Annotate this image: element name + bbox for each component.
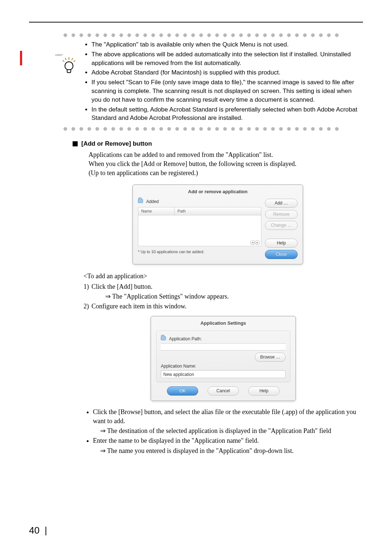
change-button[interactable]: Change … — [265, 221, 298, 230]
remove-button[interactable]: Remove — [265, 210, 298, 219]
hint-label: HINT — [56, 53, 63, 57]
section-body: Applications can be added to and removed… — [89, 150, 363, 178]
scroll-right-icon[interactable]: ▸ — [255, 240, 260, 245]
section-heading: [Add or Remove] button — [81, 139, 152, 148]
column-name[interactable]: Name — [138, 207, 174, 215]
help-button[interactable]: Help — [265, 239, 298, 248]
hint-item: In the default setting, Adobe Acrobat St… — [91, 105, 363, 123]
column-path[interactable]: Path — [174, 207, 261, 215]
top-rule — [29, 22, 363, 23]
hint-icon: HINT — [62, 42, 76, 73]
application-path-field[interactable] — [161, 343, 286, 351]
post-bullet: Click the [Browse] button, and select th… — [93, 408, 363, 436]
help-button[interactable]: Help — [248, 386, 279, 396]
arrow-icon: ⇒ — [105, 292, 111, 301]
post-bullet: Enter the name to be displayed in the "A… — [93, 436, 363, 455]
hint-item: The "Application" tab is available only … — [91, 40, 363, 49]
hint-list: The "Application" tab is available only … — [83, 39, 363, 123]
procedure-subheading: <To add an application> — [83, 272, 363, 281]
cancel-button[interactable]: Cancel — [208, 386, 239, 396]
ok-button[interactable]: OK — [167, 386, 198, 396]
browse-button[interactable]: Browse … — [255, 353, 286, 362]
application-path-label: Application Path: — [169, 336, 202, 341]
dialog-footnote: * Up to 10 applications can be added. — [138, 249, 261, 255]
arrow-icon: ⇒ — [100, 446, 106, 455]
folder-icon — [138, 199, 143, 203]
application-name-label: Application Name: — [161, 363, 286, 369]
dialog-title: Application Settings — [156, 320, 290, 327]
folder-icon — [161, 336, 166, 340]
added-label: Added — [146, 199, 159, 204]
table-header: Name Path — [138, 207, 261, 215]
section-bullet-icon — [73, 141, 78, 146]
hint-item: Adobe Acrobat Standard (for Macintosh) i… — [91, 68, 363, 77]
hint-item: If you select "Scan to File (only save i… — [91, 78, 363, 104]
app-settings-dialog: Application Settings Application Path: B… — [151, 316, 296, 401]
add-remove-dialog: Add or remove application Added Name Pat… — [132, 185, 303, 264]
application-name-field[interactable]: New application — [161, 370, 286, 378]
page-number: 40| — [29, 524, 52, 537]
step-1: 1)Click the [Add] button. ⇒The "Applicat… — [91, 282, 363, 301]
step-2: 2)Configure each item in this window. — [91, 302, 363, 311]
dot-row-top — [64, 33, 363, 37]
table-body: ◂ ▸ — [138, 215, 261, 246]
revision-bar — [20, 51, 22, 65]
dialog-title: Add or remove application — [138, 189, 298, 195]
add-button[interactable]: Add … — [265, 199, 298, 208]
close-button[interactable]: Close — [265, 250, 298, 259]
hint-item: The above applications will be added aut… — [91, 50, 363, 68]
dot-row-bottom — [64, 127, 363, 131]
scroll-left-icon[interactable]: ◂ — [250, 240, 255, 245]
arrow-icon: ⇒ — [100, 426, 106, 436]
